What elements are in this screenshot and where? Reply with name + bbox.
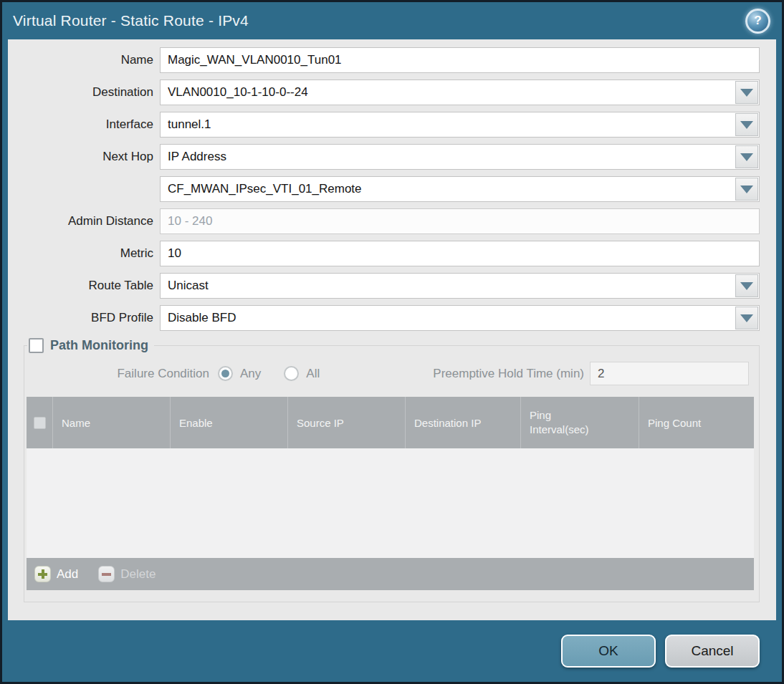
next-hop-type-input[interactable]: [160, 144, 760, 170]
table-header-row: Name Enable Source IP Destination IP Pin…: [27, 397, 754, 448]
destination-dropdown-button[interactable]: [735, 81, 758, 104]
select-all-checkbox[interactable]: [34, 417, 46, 429]
route-table-label: Route Table: [14, 279, 160, 293]
radio-all[interactable]: [284, 366, 299, 381]
admin-distance-input[interactable]: [160, 208, 760, 234]
chevron-down-icon: [740, 89, 753, 97]
bfd-profile-field-wrap: [160, 305, 760, 331]
column-header-ping-interval: Ping Interval(sec): [521, 397, 639, 448]
failure-condition-label: Failure Condition: [24, 367, 218, 381]
chevron-down-icon: [740, 314, 753, 322]
path-monitoring-section: Path Monitoring Failure Condition Any Al…: [24, 338, 760, 602]
radio-any[interactable]: [218, 366, 233, 381]
column-header-source-ip: Source IP: [288, 397, 406, 448]
minus-icon: [98, 566, 115, 582]
chevron-down-icon: [740, 186, 753, 193]
destination-field-wrap: [160, 80, 760, 105]
next-hop-address-dropdown-button[interactable]: [735, 178, 758, 201]
radio-all-label: All: [306, 367, 320, 381]
failure-condition-any-option: Any: [218, 366, 261, 381]
path-monitoring-table: Name Enable Source IP Destination IP Pin…: [27, 397, 754, 590]
table-toolbar: Add Delete: [27, 558, 754, 590]
dialog-body: Name Destination Interface Next Hop: [8, 39, 776, 620]
add-button-label: Add: [57, 567, 78, 582]
interface-label: Interface: [14, 117, 160, 132]
plus-icon: [34, 566, 51, 582]
chevron-down-icon: [740, 153, 753, 161]
delete-button[interactable]: Delete: [98, 566, 156, 582]
chevron-down-icon: [740, 121, 753, 129]
column-header-destination-ip: Destination IP: [406, 397, 521, 448]
form-row-next-hop: Next Hop: [14, 144, 760, 170]
column-header-enable: Enable: [171, 397, 288, 448]
column-header-name: Name: [53, 397, 171, 448]
name-input[interactable]: [160, 47, 760, 73]
preemptive-hold-time-label: Preemptive Hold Time (min): [343, 367, 590, 381]
destination-input[interactable]: [160, 80, 760, 105]
next-hop-dropdown-button[interactable]: [735, 145, 758, 168]
cancel-button[interactable]: Cancel: [665, 635, 760, 668]
admin-distance-field-wrap: [160, 208, 760, 234]
failure-condition-row: Failure Condition Any All Preemptive Hol…: [24, 362, 759, 385]
dialog-footer: OK Cancel: [2, 620, 782, 682]
interface-field-wrap: [160, 112, 760, 138]
preemptive-hold-time-input[interactable]: [590, 362, 749, 385]
form-row-metric: Metric: [14, 241, 760, 266]
route-table-field-wrap: [160, 273, 760, 299]
failure-condition-all-option: All: [284, 366, 320, 381]
name-label: Name: [14, 53, 160, 67]
form-row-route-table: Route Table: [14, 273, 760, 299]
next-hop-label: Next Hop: [14, 150, 160, 164]
form-row-interface: Interface: [14, 112, 760, 138]
next-hop-address-input[interactable]: [160, 176, 760, 202]
route-table-input[interactable]: [160, 273, 760, 299]
name-field-wrap: [160, 47, 760, 73]
route-table-dropdown-button[interactable]: [735, 274, 758, 297]
table-body-empty: [27, 448, 754, 558]
ok-button[interactable]: OK: [561, 635, 656, 668]
interface-input[interactable]: [160, 112, 760, 138]
bfd-profile-input[interactable]: [160, 305, 760, 331]
header-select-all-cell: [27, 397, 53, 448]
column-header-ping-count: Ping Count: [639, 397, 754, 448]
form-row-destination: Destination: [14, 80, 760, 105]
form-row-bfd-profile: BFD Profile: [14, 305, 760, 331]
next-hop-field-wrap: [160, 144, 760, 170]
path-monitoring-checkbox[interactable]: [29, 338, 44, 353]
path-monitoring-legend: Path Monitoring: [27, 338, 154, 353]
help-icon[interactable]: ?: [745, 9, 770, 34]
dialog-window: Virtual Router - Static Route - IPv4 ? N…: [2, 2, 782, 682]
bfd-profile-dropdown-button[interactable]: [735, 307, 758, 329]
dialog-title: Virtual Router - Static Route - IPv4: [13, 12, 249, 29]
bfd-profile-label: BFD Profile: [14, 311, 160, 325]
titlebar: Virtual Router - Static Route - IPv4 ?: [2, 2, 782, 39]
metric-input[interactable]: [160, 241, 760, 266]
path-monitoring-title: Path Monitoring: [50, 338, 148, 353]
preemptive-hold-time-field-wrap: [590, 362, 749, 385]
interface-dropdown-button[interactable]: [735, 113, 758, 136]
admin-distance-label: Admin Distance: [14, 214, 160, 228]
metric-label: Metric: [14, 246, 160, 261]
add-button[interactable]: Add: [34, 566, 78, 582]
destination-label: Destination: [14, 85, 160, 100]
form-row-admin-distance: Admin Distance: [14, 208, 760, 234]
form-row-next-hop-address: [14, 176, 760, 202]
next-hop-address-field-wrap: [160, 176, 760, 202]
form-row-name: Name: [14, 47, 760, 73]
delete-button-label: Delete: [120, 567, 156, 582]
chevron-down-icon: [740, 282, 753, 290]
radio-any-label: Any: [240, 367, 261, 381]
metric-field-wrap: [160, 241, 760, 266]
